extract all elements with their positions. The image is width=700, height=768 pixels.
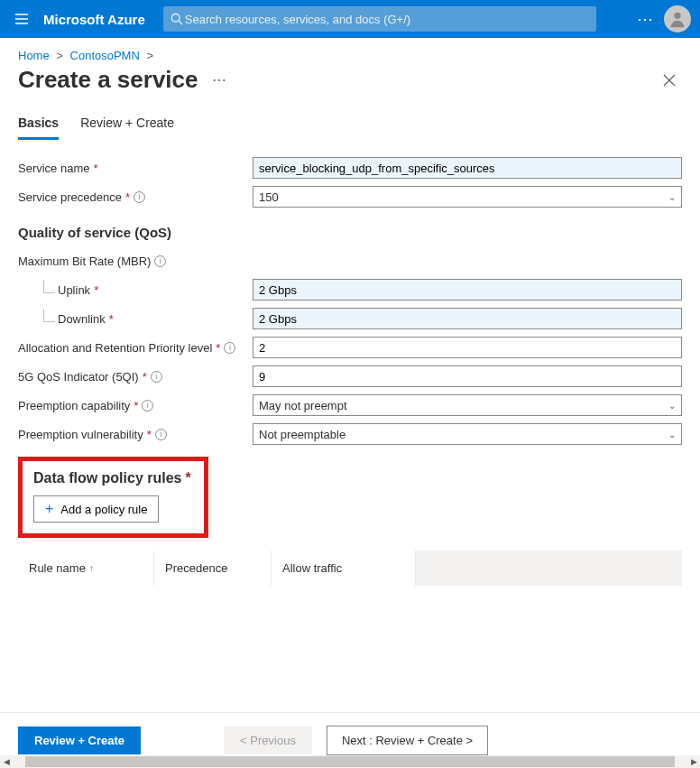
- page-actions-overflow-icon[interactable]: ⋯: [212, 71, 228, 88]
- fiveqi-label: 5G QoS Indicator (5QI)* i: [18, 370, 253, 384]
- tab-review-create[interactable]: Review + Create: [80, 116, 174, 140]
- next-button[interactable]: Next : Review + Create >: [327, 726, 488, 755]
- svg-line-1: [179, 21, 182, 24]
- uplink-label: Uplink*: [18, 283, 253, 297]
- hamburger-menu-icon[interactable]: [9, 6, 34, 32]
- form-area: Service name* Service precedence* i 150 …: [0, 140, 700, 586]
- arp-label: Allocation and Retention Priority level*…: [18, 341, 253, 355]
- service-precedence-label: Service precedence* i: [18, 190, 253, 204]
- qos-section-heading: Quality of service (QoS): [18, 225, 682, 240]
- page-title: Create a service: [18, 66, 198, 94]
- chevron-right-icon: >: [146, 49, 153, 62]
- preemption-vulnerability-select[interactable]: Not preemptable ⌄: [253, 423, 682, 445]
- info-icon[interactable]: i: [155, 429, 167, 440]
- brand-label[interactable]: Microsoft Azure: [43, 12, 145, 27]
- preemption-capability-select[interactable]: May not preempt ⌄: [253, 394, 682, 416]
- chevron-down-icon: ⌄: [668, 401, 676, 411]
- column-spacer: [415, 551, 682, 586]
- sort-ascending-icon: ↑: [89, 563, 94, 573]
- policy-rules-heading: Data flow policy rules*: [33, 470, 191, 486]
- close-blade-button[interactable]: [657, 68, 682, 93]
- info-icon[interactable]: i: [134, 191, 145, 203]
- preemption-capability-label: Preemption capability* i: [18, 399, 253, 412]
- service-name-input[interactable]: [253, 157, 682, 179]
- preemption-vulnerability-label: Preemption vulnerability* i: [18, 428, 253, 441]
- search-icon: [170, 13, 183, 25]
- page-header: Create a service ⋯: [0, 62, 700, 99]
- svg-point-2: [674, 13, 680, 19]
- scrollbar-thumb[interactable]: [25, 756, 675, 767]
- fiveqi-input[interactable]: [253, 365, 682, 387]
- breadcrumb: Home > ContosoPMN >: [0, 38, 700, 62]
- plus-icon: +: [45, 502, 53, 516]
- service-precedence-select[interactable]: 150 ⌄: [253, 186, 682, 208]
- callout-highlight: Data flow policy rules* + Add a policy r…: [18, 457, 208, 538]
- previous-button: < Previous: [224, 726, 312, 754]
- chevron-down-icon: ⌄: [668, 192, 676, 202]
- column-rule-name[interactable]: Rule name ↑: [18, 551, 153, 586]
- info-icon[interactable]: i: [151, 371, 162, 383]
- info-icon[interactable]: i: [224, 342, 235, 354]
- blade-tabs: Basics Review + Create: [0, 99, 700, 140]
- wizard-footer: Review + Create < Previous Next : Review…: [0, 712, 700, 755]
- tab-basics[interactable]: Basics: [18, 116, 59, 140]
- user-avatar[interactable]: [664, 5, 691, 32]
- review-create-button[interactable]: Review + Create: [18, 726, 141, 754]
- close-icon: [663, 74, 676, 87]
- add-policy-rule-label: Add a policy rule: [60, 503, 147, 516]
- person-icon: [668, 9, 687, 29]
- uplink-input[interactable]: [253, 279, 682, 301]
- global-search-input[interactable]: [183, 12, 589, 27]
- mbr-label: Maximum Bit Rate (MBR) i: [18, 254, 253, 268]
- downlink-input[interactable]: [253, 308, 682, 329]
- column-precedence[interactable]: Precedence: [153, 551, 271, 586]
- scroll-left-icon[interactable]: ◀: [0, 755, 13, 768]
- svg-point-0: [171, 14, 180, 22]
- chevron-right-icon: >: [56, 49, 63, 62]
- scroll-right-icon[interactable]: ▶: [687, 755, 700, 768]
- downlink-label: Downlink*: [18, 312, 253, 326]
- add-policy-rule-button[interactable]: + Add a policy rule: [33, 495, 159, 523]
- horizontal-scrollbar[interactable]: ◀ ▶: [0, 755, 700, 768]
- breadcrumb-home[interactable]: Home: [18, 49, 50, 62]
- breadcrumb-resource[interactable]: ContosoPMN: [70, 49, 140, 62]
- global-search[interactable]: [163, 6, 596, 32]
- global-topbar: Microsoft Azure ⋯: [0, 0, 700, 38]
- service-name-label: Service name*: [18, 162, 253, 175]
- policy-rules-table-header: Rule name ↑ Precedence Allow traffic: [18, 551, 682, 586]
- chevron-down-icon: ⌄: [668, 430, 676, 440]
- column-allow-traffic[interactable]: Allow traffic: [271, 551, 415, 586]
- topbar-overflow-icon[interactable]: ⋯: [637, 9, 655, 29]
- info-icon[interactable]: i: [154, 255, 166, 267]
- arp-input[interactable]: [253, 337, 682, 358]
- info-icon[interactable]: i: [142, 400, 153, 412]
